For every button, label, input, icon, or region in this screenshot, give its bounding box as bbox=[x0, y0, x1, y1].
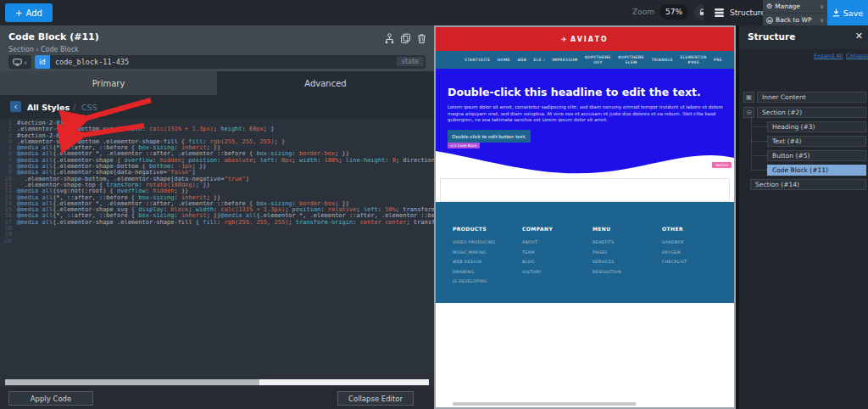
footer-link[interactable]: SANDBOX bbox=[662, 240, 687, 244]
line-number: 1 bbox=[0, 120, 12, 126]
footer-link[interactable]: SERVICES bbox=[593, 260, 621, 264]
footer-link[interactable]: VIDEO PRODUCING bbox=[453, 240, 496, 244]
tab-primary[interactable]: Primary bbox=[0, 71, 217, 95]
element-properties-panel: Code Block (#11) Section › Code Block bbox=[0, 25, 434, 409]
site-logo[interactable]: AVIATO bbox=[570, 36, 609, 43]
code-line[interactable]: 3#section-2-835 bbox=[0, 133, 434, 139]
save-button[interactable]: Save bbox=[827, 0, 868, 25]
expand-all-link[interactable]: Expand All bbox=[814, 53, 843, 59]
footer-link[interactable]: CHECKLIST bbox=[662, 260, 687, 264]
footer-link[interactable]: OXYGEN bbox=[662, 250, 687, 255]
code-line[interactable]: 16@media all{*, ::after, ::before { box-… bbox=[0, 213, 434, 219]
device-selector[interactable]: ∨ bbox=[8, 55, 31, 69]
nav-item[interactable]: HOME bbox=[498, 58, 510, 63]
code-line[interactable]: 2.elementor-shape-bottom svg { width: ca… bbox=[0, 126, 434, 132]
line-number: 2 bbox=[0, 126, 12, 132]
state-button[interactable]: state bbox=[397, 57, 424, 66]
all-styles-label[interactable]: All Styles bbox=[27, 103, 70, 112]
nav-item[interactable]: ELE › bbox=[534, 58, 545, 63]
apply-code-button[interactable]: Apply Code bbox=[8, 391, 93, 406]
footer-link[interactable]: ABOUT bbox=[522, 240, 553, 244]
structure-tree: ▣Inner Content⊖Section (#2)Heading (#3)T… bbox=[739, 63, 868, 233]
code-line[interactable]: 9@media all{.elementor-shape[data-negati… bbox=[0, 170, 434, 176]
class-tree-icon[interactable] bbox=[384, 33, 395, 44]
code-line[interactable]: 19 bbox=[0, 232, 434, 238]
footer-link[interactable]: DRAWING bbox=[453, 270, 496, 274]
code-line[interactable]: 18 bbox=[0, 226, 434, 232]
nav-item[interactable]: ELEMENTOR#905 bbox=[680, 55, 706, 64]
structure-tree-item-heading-3[interactable]: Heading (#3) bbox=[767, 121, 866, 132]
structure-tree-item-section-14[interactable]: Section (#14) bbox=[750, 179, 866, 190]
code-line[interactable]: 6@media all{.elementor *, .elementor ::a… bbox=[0, 151, 434, 157]
footer-link[interactable]: PAGES bbox=[593, 250, 621, 255]
code-line[interactable]: 15@media all{.elementor-shape svg { disp… bbox=[0, 207, 434, 213]
code-line[interactable]: 20 bbox=[0, 238, 434, 244]
structure-toggle-button[interactable]: Structure bbox=[709, 0, 771, 25]
structure-tree-item-text-4[interactable]: Text (#4) bbox=[767, 136, 866, 147]
footer-link[interactable]: HISTORY bbox=[522, 270, 553, 274]
structure-tree-item-code-block-11[interactable]: Code Block (#11) bbox=[767, 165, 866, 176]
footer-link[interactable]: TEAM bbox=[522, 250, 553, 255]
layers-icon bbox=[714, 8, 725, 18]
footer-column: COMPANYABOUTTEAMBLOGHISTORY bbox=[522, 226, 553, 279]
structure-tree-item-inner-content[interactable]: Inner Content bbox=[757, 92, 866, 103]
hero-paragraph[interactable]: Lorem ipsum dolor sit amet, consetetur s… bbox=[448, 104, 727, 124]
footer-link[interactable]: RESOLUTION bbox=[593, 270, 621, 274]
collapse-icon[interactable]: ⊖ bbox=[743, 107, 754, 118]
code-line[interactable]: 11 .elementor-shape-top { transform: rot… bbox=[0, 182, 434, 188]
footer-link[interactable]: BLOG bbox=[522, 260, 553, 264]
add-button[interactable]: + Add bbox=[5, 3, 53, 22]
footer-link[interactable]: BENEFITS bbox=[593, 240, 621, 244]
nav-item[interactable]: IMPRESSUM bbox=[552, 58, 577, 63]
code-line[interactable]: 8@media all{.elementor-shape-bottom { bo… bbox=[0, 164, 434, 170]
line-number: 15 bbox=[0, 207, 12, 213]
hero-headline[interactable]: Double-click this headline to edit the t… bbox=[448, 86, 727, 98]
nav-item[interactable]: TRIANGLE bbox=[651, 58, 673, 63]
code-line[interactable]: 1#section-2-835 bbox=[0, 120, 434, 126]
nav-item[interactable]: KOPYTHEMEELEM bbox=[618, 55, 644, 64]
code-line[interactable]: 13@media all{*, ::after, ::before { box-… bbox=[0, 195, 434, 201]
back-icon[interactable]: ‹ bbox=[10, 101, 21, 112]
editor-horizontal-scrollbar[interactable] bbox=[5, 379, 429, 385]
back-to-wp-button[interactable]: Back to WP ∨ bbox=[763, 14, 827, 26]
duplicate-icon[interactable] bbox=[400, 33, 411, 44]
chevron-down-icon: ∨ bbox=[24, 59, 27, 65]
structure-button-label: Structure bbox=[730, 8, 765, 17]
footer-link[interactable]: JS DEVELOPING bbox=[453, 279, 496, 283]
code-line[interactable]: 14@media all{.elementor *, .elementor ::… bbox=[0, 201, 434, 207]
nav-item[interactable]: AGB bbox=[517, 58, 526, 63]
code-line[interactable]: 10 .elementor-shape-bottom, .elementor-s… bbox=[0, 176, 434, 182]
preview-empty-section[interactable] bbox=[440, 178, 730, 202]
code-line[interactable]: 4.elementor-shape-bottom .elementor-shap… bbox=[0, 139, 434, 145]
save-button-label: Save bbox=[843, 8, 863, 18]
nav-item[interactable]: KOPYTHEMEOXY bbox=[585, 55, 611, 64]
hero-button[interactable]: Double-click to edit button text. bbox=[448, 130, 531, 143]
close-icon[interactable]: ✕ bbox=[855, 31, 863, 42]
line-number: 11 bbox=[0, 182, 12, 188]
structure-tree-item-section-2[interactable]: Section (#2) bbox=[757, 107, 866, 118]
trash-icon[interactable] bbox=[416, 33, 427, 44]
footer-column: OTHERSANDBOXOXYGENCHECKLIST bbox=[662, 226, 687, 270]
preview-site-header: ✈ AVIATO bbox=[436, 27, 734, 51]
tab-advanced[interactable]: Advanced bbox=[217, 71, 434, 95]
zoom-value[interactable]: 57% bbox=[659, 4, 688, 20]
css-code-editor[interactable]: 1#section-2-8352.elementor-shape-bottom … bbox=[0, 119, 434, 379]
line-number: 20 bbox=[0, 238, 12, 244]
element-id-input[interactable]: code_block-11-435 bbox=[50, 55, 426, 69]
scrollbar-thumb[interactable] bbox=[5, 379, 259, 385]
code-line[interactable]: 5@media all{*, ::after, ::before { box-s… bbox=[0, 145, 434, 151]
collapse-all-link[interactable]: Collapse All bbox=[846, 53, 868, 59]
nav-item[interactable]: PRE bbox=[714, 58, 722, 63]
structure-tree-item-button-5[interactable]: Button (#5) bbox=[767, 150, 866, 161]
code-line[interactable]: 7@media all{.elementor-shape { overflow:… bbox=[0, 158, 434, 164]
code-line[interactable]: 17@media all{.elementor-shape .elementor… bbox=[0, 220, 434, 226]
collapse-editor-button[interactable]: Collapse Editor bbox=[337, 391, 414, 406]
code-line[interactable]: 12@media all{svg:not(:root) { overflow: … bbox=[0, 188, 434, 194]
line-number: 19 bbox=[0, 232, 12, 238]
css-tab-label[interactable]: CSS bbox=[81, 103, 97, 112]
footer-link[interactable]: WEB DESIGN bbox=[453, 260, 496, 264]
manage-button[interactable]: ⚙ Manage ∨ bbox=[763, 0, 827, 13]
footer-link[interactable]: MUSIC MAKING bbox=[453, 250, 496, 255]
nav-item[interactable]: STARTSEITE bbox=[465, 58, 491, 63]
preview-scrollbar[interactable] bbox=[453, 402, 636, 406]
